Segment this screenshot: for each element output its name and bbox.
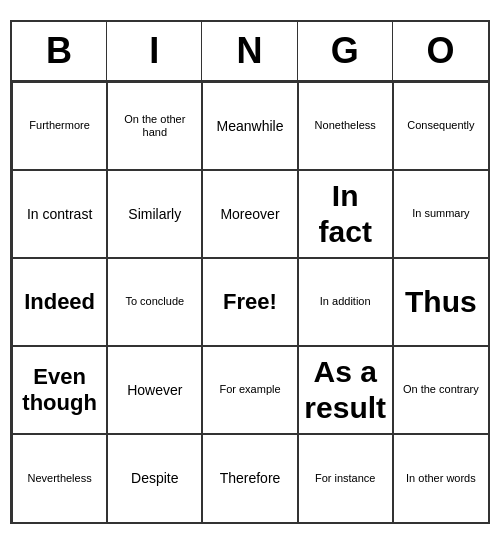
bingo-cell-19: On the contrary <box>393 346 488 434</box>
bingo-cell-22: Therefore <box>202 434 297 522</box>
bingo-cell-14: Thus <box>393 258 488 346</box>
bingo-cell-3: Nonetheless <box>298 82 393 170</box>
header-letter-o: O <box>393 22 488 80</box>
bingo-cell-1: On the other hand <box>107 82 202 170</box>
header-letter-n: N <box>202 22 297 80</box>
bingo-cell-9: In summary <box>393 170 488 258</box>
bingo-cell-5: In contrast <box>12 170 107 258</box>
header-letter-i: I <box>107 22 202 80</box>
bingo-grid: FurthermoreOn the other handMeanwhileNon… <box>12 82 488 522</box>
bingo-cell-18: As a result <box>298 346 393 434</box>
bingo-cell-15: Even though <box>12 346 107 434</box>
bingo-cell-16: However <box>107 346 202 434</box>
bingo-cell-21: Despite <box>107 434 202 522</box>
bingo-cell-8: In fact <box>298 170 393 258</box>
bingo-cell-12: Free! <box>202 258 297 346</box>
header-letter-b: B <box>12 22 107 80</box>
bingo-cell-11: To conclude <box>107 258 202 346</box>
bingo-cell-17: For example <box>202 346 297 434</box>
bingo-cell-6: Similarly <box>107 170 202 258</box>
bingo-cell-10: Indeed <box>12 258 107 346</box>
header-letter-g: G <box>298 22 393 80</box>
bingo-card: BINGO FurthermoreOn the other handMeanwh… <box>10 20 490 524</box>
bingo-cell-24: In other words <box>393 434 488 522</box>
bingo-cell-2: Meanwhile <box>202 82 297 170</box>
bingo-cell-23: For instance <box>298 434 393 522</box>
bingo-cell-20: Nevertheless <box>12 434 107 522</box>
bingo-cell-4: Consequently <box>393 82 488 170</box>
bingo-cell-7: Moreover <box>202 170 297 258</box>
bingo-cell-13: In addition <box>298 258 393 346</box>
bingo-cell-0: Furthermore <box>12 82 107 170</box>
bingo-header: BINGO <box>12 22 488 82</box>
